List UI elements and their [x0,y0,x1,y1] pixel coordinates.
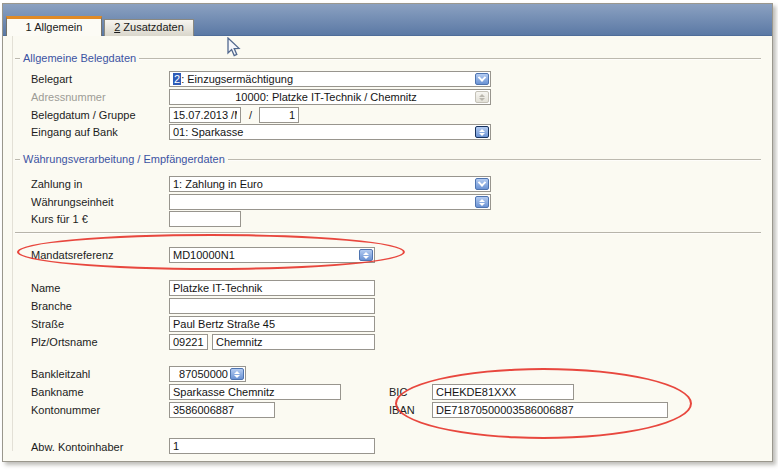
eingang-bank-label: Eingang auf Bank [31,126,118,138]
bankleitzahl-spinner-button[interactable] [230,368,244,380]
kurs-input[interactable] [169,211,241,227]
bic-input[interactable] [432,384,574,400]
belegart-combobox[interactable]: 2: Einzugsermächtigung [169,71,491,87]
group-allgemeine-belegdaten-title: Allgemeine Belegdaten [20,53,139,64]
name-input[interactable] [169,280,375,296]
spinner-icon [479,199,485,206]
kontonummer-input[interactable] [169,402,275,418]
belegart-selected-char: 2 [173,73,181,85]
bankleitzahl-value: 87050000 [179,368,228,380]
zahlung-in-label: Zahlung in [31,178,82,190]
belegdatum-input[interactable] [169,107,241,123]
mandatsreferenz-spinner-button[interactable] [359,249,373,261]
spinner-icon [363,252,369,259]
zahlung-in-dropdown-button[interactable] [475,178,489,190]
belegart-dropdown-button[interactable] [475,73,489,85]
group-waehrung: Währungsverarbeitung / Empfängerdaten [15,154,761,166]
adressnummer-label: Adressnummer [31,91,106,103]
bankname-input[interactable] [169,384,341,400]
spinner-icon [234,371,240,378]
chevron-down-icon [478,178,486,186]
adressnummer-spinner-button [475,91,489,103]
plz-input[interactable] [169,334,208,350]
eingang-bank-spinner-button[interactable] [475,126,489,138]
abw-kontoinhaber-input[interactable] [169,438,375,454]
tab-zusatzdaten[interactable]: 2 Zusatzdaten [104,19,194,36]
waehrungseinheit-label: Währungseinheit [31,196,114,208]
zahlung-in-value: 1: Zahlung in Euro [173,178,263,190]
waehrungseinheit-field[interactable] [169,194,491,210]
adressnummer-value: 10000: Platzke IT-Technik / Chemnitz [235,91,417,103]
tab-strip: 1 Allgemein 2 Zusatzdaten [3,4,772,36]
eingang-bank-field[interactable]: 01: Sparkasse [169,124,491,140]
chevron-down-icon [478,73,486,81]
panel-left-edge [12,36,13,451]
branche-label: Branche [31,300,72,312]
belegart-value: : Einzugsermächtigung [181,73,293,85]
strasse-label: Straße [31,318,64,330]
mandatsreferenz-value: MD10000N1 [173,249,235,261]
belegdatum-label: Belegdatum / Gruppe [31,109,136,121]
kurs-label: Kurs für 1 € [31,213,88,225]
abw-kontoinhaber-label: Abw. Kontoinhaber [31,441,123,453]
tab-allgemein[interactable]: 1 Allgemein [6,16,102,36]
branche-input[interactable] [169,298,375,314]
iban-label: IBAN [389,404,415,416]
mandatsreferenz-field[interactable]: MD10000N1 [169,247,375,263]
mandatsreferenz-label: Mandatsreferenz [31,249,114,261]
iban-input[interactable] [432,402,668,418]
belegart-label: Belegart [31,73,72,85]
adressnummer-field: 10000: Platzke IT-Technik / Chemnitz [169,89,491,105]
group-allgemeine-belegdaten: Allgemeine Belegdaten [15,53,761,65]
waehrungseinheit-spinner-button[interactable] [475,196,489,208]
zahlung-in-combobox[interactable]: 1: Zahlung in Euro [169,176,491,192]
name-label: Name [31,282,60,294]
plz-ortsname-label: Plz/Ortsname [31,336,98,348]
kontonummer-label: Kontonummer [31,404,100,416]
section-separator [15,232,761,234]
bankname-label: Bankname [31,386,84,398]
belegdatum-slash: / [249,109,252,121]
spinner-icon [479,129,485,136]
ort-input[interactable] [212,334,375,350]
screenshot-stage: 1 Allgemein 2 Zusatzdaten Allgemeine Bel… [0,0,778,476]
spinner-icon [479,94,485,101]
gruppe-input[interactable] [259,107,299,123]
tab-zusatzdaten-label: Zusatzdaten [120,21,184,33]
bankleitzahl-label: Bankleitzahl [31,368,90,380]
bic-label: BIC [389,386,407,398]
bankleitzahl-field[interactable]: 87050000 [169,366,246,382]
eingang-bank-value: 01: Sparkasse [173,126,243,138]
beleg-erfassung-window: 1 Allgemein 2 Zusatzdaten Allgemeine Bel… [2,3,773,462]
group-waehrung-title: Währungsverarbeitung / Empfängerdaten [20,154,228,165]
tab-allgemein-label: 1 Allgemein [26,21,83,33]
strasse-input[interactable] [169,316,375,332]
